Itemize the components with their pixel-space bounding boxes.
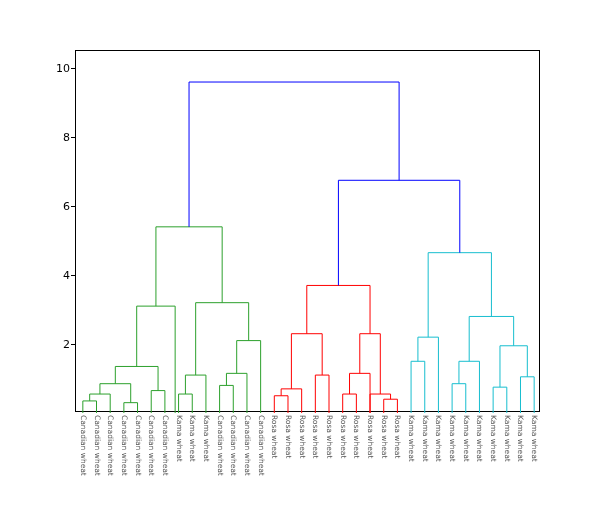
dendro-link (500, 346, 527, 387)
leaf-label: Kama wheat (516, 411, 525, 462)
leaf-label: Canadian wheat (147, 411, 156, 476)
dendro-link (411, 361, 425, 413)
leaf-label: Rosa wheat (352, 411, 361, 458)
ytick-label: 8 (63, 131, 76, 144)
dendro-link (220, 385, 234, 413)
leaf-label: Kama wheat (475, 411, 484, 462)
leaf-label: Canadian wheat (242, 411, 251, 476)
leaf-label: Kama wheat (420, 411, 429, 462)
dendro-link (338, 180, 459, 285)
leaf-label: Kama wheat (530, 411, 539, 462)
dendro-link (520, 377, 534, 413)
leaf-label: Rosa wheat (311, 411, 320, 458)
leaf-label: Kama wheat (502, 411, 511, 462)
dendro-link (291, 334, 322, 389)
leaf-label: Rosa wheat (338, 411, 347, 458)
dendro-link (100, 384, 131, 403)
dendro-link (469, 316, 513, 361)
plot-axes: 246810Canadian wheatCanadian wheatCanadi… (75, 50, 540, 412)
dendro-link (350, 373, 371, 413)
leaf-label: Kama wheat (201, 411, 210, 462)
leaf-label: Canadian wheat (78, 411, 87, 476)
leaf-label: Canadian wheat (133, 411, 142, 476)
leaf-label: Kama wheat (448, 411, 457, 462)
dendro-link (156, 227, 222, 306)
leaf-label: Canadian wheat (92, 411, 101, 476)
dendro-link (315, 375, 329, 413)
leaf-label: Rosa wheat (393, 411, 402, 458)
leaf-label: Canadian wheat (229, 411, 238, 476)
dendro-link (428, 253, 491, 337)
dendro-link (115, 366, 158, 390)
dendro-link (226, 373, 247, 413)
dendro-link (281, 389, 302, 413)
dendrogram (76, 51, 541, 413)
dendro-link (196, 303, 249, 375)
dendro-link (307, 285, 370, 333)
leaf-label: Canadian wheat (106, 411, 115, 476)
dendro-link (452, 384, 466, 413)
leaf-label: Kama wheat (461, 411, 470, 462)
leaf-label: Kama wheat (188, 411, 197, 462)
ytick-label: 4 (63, 269, 76, 282)
leaf-label: Rosa wheat (297, 411, 306, 458)
dendro-link (151, 391, 165, 413)
leaf-label: Rosa wheat (379, 411, 388, 458)
dendro-link (237, 341, 261, 413)
leaf-label: Canadian wheat (160, 411, 169, 476)
leaf-label: Kama wheat (174, 411, 183, 462)
dendro-link (137, 306, 175, 413)
dendro-link (189, 82, 399, 227)
dendro-link (459, 361, 480, 413)
ytick-label: 2 (63, 338, 76, 351)
leaf-label: Canadian wheat (119, 411, 128, 476)
leaf-label: Kama wheat (434, 411, 443, 462)
leaf-label: Rosa wheat (283, 411, 292, 458)
leaf-label: Rosa wheat (270, 411, 279, 458)
dendro-link (493, 387, 507, 413)
dendro-link (418, 337, 439, 413)
ytick-label: 10 (56, 62, 76, 75)
leaf-label: Kama wheat (407, 411, 416, 462)
ytick-label: 6 (63, 200, 76, 213)
leaf-label: Canadian wheat (215, 411, 224, 476)
leaf-label: Kama wheat (489, 411, 498, 462)
leaf-label: Rosa wheat (325, 411, 334, 458)
leaf-label: Rosa wheat (366, 411, 375, 458)
leaf-label: Canadian wheat (256, 411, 265, 476)
